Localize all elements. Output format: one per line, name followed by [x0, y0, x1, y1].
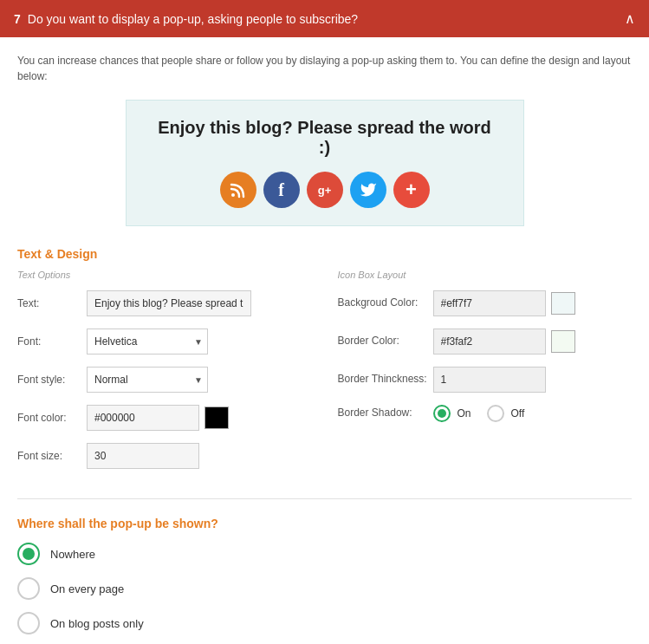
bg-color-swatch[interactable] — [551, 292, 575, 315]
every-page-option-row: On every page — [17, 577, 632, 600]
bg-color-row: Backgroud Color: — [338, 290, 633, 316]
nowhere-radio[interactable] — [17, 543, 40, 565]
section-body: You can increase chances that people sha… — [0, 37, 649, 644]
border-color-label: Border Color: — [338, 335, 433, 348]
font-select-wrap: Helvetica Arial Georgia Times New Roman … — [87, 329, 208, 355]
section-title: Do you want to display a pop-up, asking … — [28, 12, 358, 26]
googleplus-icon[interactable]: g+ — [307, 172, 343, 208]
border-shadow-on-radio[interactable] — [433, 405, 451, 422]
font-label: Font: — [17, 335, 87, 348]
text-design-title: Text & Design — [17, 247, 632, 261]
border-thickness-input[interactable] — [433, 367, 546, 393]
description-text: You can increase chances that people sha… — [17, 53, 632, 84]
font-size-input[interactable] — [87, 443, 199, 469]
twitter-icon[interactable] — [350, 172, 386, 208]
rss-icon[interactable] — [220, 172, 256, 208]
font-style-label: Font style: — [17, 374, 87, 386]
font-size-field-row: Font size: — [17, 443, 312, 469]
border-shadow-off-label: Off — [511, 407, 525, 420]
every-page-label: On every page — [50, 582, 124, 595]
nowhere-label: Nowhere — [50, 548, 95, 561]
border-thickness-label: Border Thinckness: — [338, 373, 433, 387]
preview-box: Enjoy this blog? Please spread the word … — [126, 100, 524, 226]
font-color-field-row: Font color: — [17, 405, 312, 431]
text-options-label: Text Options — [17, 270, 312, 280]
left-column: Text Options Text: Font: Helvetica Arial… — [17, 270, 312, 481]
border-shadow-options: On Off — [433, 405, 525, 422]
border-shadow-on-label: On — [458, 407, 471, 420]
svg-point-0 — [231, 193, 235, 197]
font-color-swatch[interactable] — [204, 407, 229, 429]
blog-posts-radio[interactable] — [17, 612, 40, 634]
two-col-layout: Text Options Text: Font: Helvetica Arial… — [17, 270, 632, 481]
text-input[interactable] — [87, 290, 251, 316]
border-shadow-on-dot — [438, 409, 446, 418]
blog-posts-label: On blog posts only — [50, 617, 144, 630]
nowhere-radio-dot — [23, 548, 35, 560]
social-icons-row: f g+ + — [153, 172, 497, 208]
section-number: 7 — [14, 12, 21, 26]
bg-color-input[interactable] — [433, 290, 546, 316]
bg-color-label: Backgroud Color: — [338, 296, 433, 310]
section-divider — [17, 498, 632, 499]
text-field-row: Text: — [17, 290, 312, 316]
border-shadow-row: Border Shadow: On Off — [338, 405, 633, 422]
font-color-input[interactable] — [87, 405, 199, 431]
right-column: Icon Box Layout Backgroud Color: Border … — [338, 270, 633, 481]
border-shadow-label: Border Shadow: — [338, 407, 433, 420]
border-color-swatch[interactable] — [551, 330, 575, 353]
icon-box-layout-label: Icon Box Layout — [338, 270, 633, 280]
font-style-field-row: Font style: Normal Bold Italic Bold Ital… — [17, 367, 312, 393]
text-label: Text: — [17, 297, 87, 309]
font-select[interactable]: Helvetica Arial Georgia Times New Roman … — [87, 329, 208, 355]
border-thickness-row: Border Thinckness: — [338, 367, 633, 393]
chevron-up-icon[interactable]: ∧ — [625, 10, 635, 27]
font-style-select[interactable]: Normal Bold Italic Bold Italic — [87, 367, 208, 393]
font-style-select-wrap: Normal Bold Italic Bold Italic ▼ — [87, 367, 208, 393]
font-size-label: Font size: — [17, 450, 87, 462]
border-color-input[interactable] — [433, 329, 546, 355]
preview-text: Enjoy this blog? Please spread the word … — [153, 118, 497, 158]
facebook-icon[interactable]: f — [263, 172, 300, 208]
where-shown-title: Where shall the pop-up be shown? — [17, 517, 632, 530]
section-header: 7 Do you want to display a pop-up, askin… — [0, 0, 649, 37]
every-page-radio[interactable] — [17, 577, 40, 600]
font-field-row: Font: Helvetica Arial Georgia Times New … — [17, 329, 312, 355]
add-icon[interactable]: + — [393, 172, 430, 208]
border-color-row: Border Color: — [338, 329, 633, 355]
blog-posts-option-row: On blog posts only — [17, 612, 632, 634]
nowhere-option-row: Nowhere — [17, 543, 632, 565]
border-shadow-off-radio[interactable] — [487, 405, 504, 422]
font-color-label: Font color: — [17, 412, 87, 424]
